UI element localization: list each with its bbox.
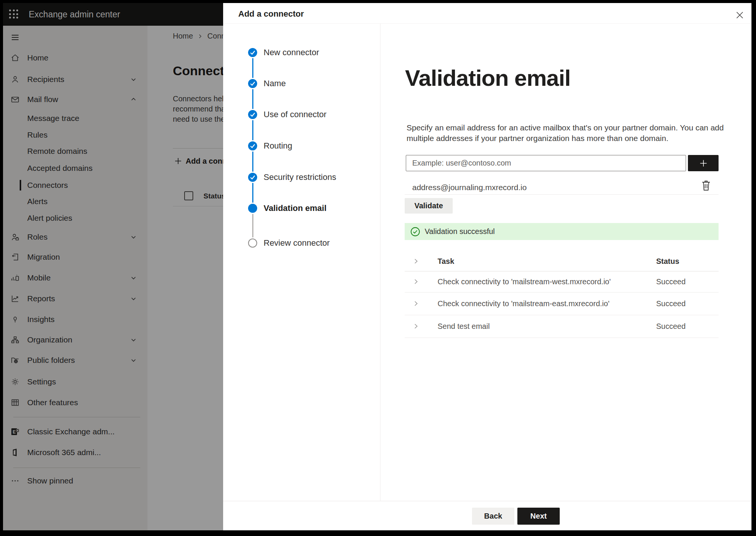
table-row[interactable]: Check connectivity to 'mailstream-west.m…: [405, 271, 719, 292]
next-button[interactable]: Next: [517, 508, 560, 525]
step-connector-line: [252, 89, 253, 109]
steps-divider: [380, 23, 380, 501]
step-upcoming-icon: [248, 239, 257, 248]
step-current-icon: [248, 204, 257, 213]
header-divider: [223, 23, 751, 24]
divider: [405, 338, 719, 338]
chevron-right-icon[interactable]: [413, 279, 419, 285]
status-cell: Succeed: [656, 299, 686, 308]
table-row[interactable]: Check connectivity to 'mailstream-east.m…: [405, 292, 719, 315]
footer-divider: [223, 501, 751, 501]
chevron-right-icon[interactable]: [413, 301, 419, 307]
task-cell: Check connectivity to 'mailstream-east.m…: [438, 299, 609, 308]
address-list-item: address@journaling.mxrecord.io: [412, 183, 527, 192]
panel-title: Add a connector: [238, 9, 304, 19]
step-heading: Validation email: [405, 65, 571, 91]
plus-icon: [699, 159, 708, 168]
close-icon[interactable]: [734, 10, 745, 20]
task-column-header: Task: [438, 257, 454, 265]
table-row[interactable]: Send test email Succeed: [405, 315, 719, 338]
table-header-row: Task Status: [405, 251, 719, 271]
step-complete-icon: [248, 48, 257, 57]
status-cell: Succeed: [656, 277, 686, 286]
status-column-header: Status: [656, 257, 679, 265]
back-button[interactable]: Back: [472, 508, 514, 525]
step-connector-line: [252, 183, 253, 203]
screen: Exchange admin center Home Recipients Ma…: [0, 0, 756, 536]
task-cell: Send test email: [438, 322, 490, 331]
email-input[interactable]: [406, 155, 686, 171]
divider: [405, 194, 719, 195]
delete-address-icon[interactable]: [700, 179, 712, 192]
chevron-right-icon[interactable]: [413, 323, 419, 329]
step-connector-line: [252, 58, 253, 78]
step-complete-icon: [248, 173, 257, 182]
step-complete-icon: [248, 141, 257, 150]
add-address-button[interactable]: [688, 155, 719, 171]
step-complete-icon: [248, 79, 257, 88]
step-connector-line: [252, 214, 253, 237]
step-connector-line: [252, 152, 253, 172]
modal-dim-overlay: [3, 3, 223, 530]
step-complete-icon: [248, 110, 257, 119]
banner-text: Validation successful: [425, 227, 495, 236]
add-connector-panel: Add a connector New connector Name Use o…: [223, 3, 751, 530]
step-connector-line: [252, 120, 253, 140]
chevron-right-icon[interactable]: [413, 258, 419, 264]
task-cell: Check connectivity to 'mailstream-west.m…: [438, 277, 611, 286]
validation-success-banner: Validation successful: [405, 223, 719, 240]
validate-button[interactable]: Validate: [405, 198, 453, 214]
step-description: Specify an email address for an active m…: [407, 122, 728, 144]
status-cell: Succeed: [656, 322, 686, 331]
success-check-icon: [410, 227, 420, 237]
